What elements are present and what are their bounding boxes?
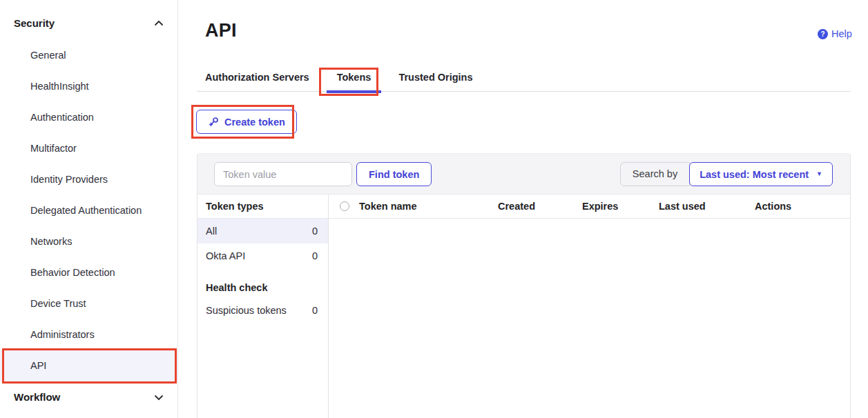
tab-authorization-servers[interactable]: Authorization Servers (205, 72, 309, 93)
health-check-subheader: Health check (197, 277, 328, 298)
select-all-radio[interactable] (340, 201, 349, 211)
sidebar-item-administrators[interactable]: Administrators (0, 319, 177, 350)
sidebar: Security General HealthInsight Authentic… (0, 0, 178, 418)
tab-tokens[interactable]: Tokens (337, 72, 372, 93)
sidebar-item-behavior-detection[interactable]: Behavior Detection (0, 257, 177, 288)
caret-down-icon: ▼ (816, 171, 822, 177)
filter-item-suspicious-tokens[interactable]: Suspicious tokens 0 (197, 298, 328, 323)
column-header-last-used[interactable]: Last used (659, 195, 706, 219)
sidebar-item-multifactor[interactable]: Multifactor (0, 133, 177, 164)
tab-bar: Authorization Servers Tokens Trusted Ori… (205, 72, 473, 93)
filter-item-count: 0 (312, 226, 318, 237)
help-link-label: Help (831, 28, 852, 39)
chevron-up-icon[interactable] (154, 19, 164, 28)
help-link[interactable]: ? Help (818, 28, 852, 39)
sidebar-item-identity-providers[interactable]: Identity Providers (0, 164, 177, 195)
column-header-expires[interactable]: Expires (582, 195, 618, 219)
key-plus-icon (208, 117, 219, 128)
token-value-input[interactable] (214, 162, 352, 186)
filter-item-count: 0 (312, 250, 318, 261)
tokens-table-area: Token types All 0 Okta API 0 Health chec… (197, 195, 850, 418)
tokens-panel: Find token Search by Last used: Most rec… (197, 153, 851, 418)
tokens-toolbar: Find token Search by Last used: Most rec… (197, 154, 850, 195)
sort-dropdown[interactable]: Last used: Most recent ▼ (689, 162, 833, 186)
okta-admin-api-tokens-screen: Security General HealthInsight Authentic… (0, 0, 868, 418)
search-by-label: Search by (620, 162, 690, 186)
filter-item-all[interactable]: All 0 (197, 219, 328, 243)
create-token-label: Create token (224, 117, 285, 128)
chevron-down-icon[interactable] (154, 392, 164, 402)
create-token-button[interactable]: Create token (196, 110, 297, 134)
sidebar-item-delegated-authentication[interactable]: Delegated Authentication (0, 195, 177, 226)
sidebar-item-healthinsight[interactable]: HealthInsight (0, 71, 177, 102)
filter-item-label: Suspicious tokens (206, 305, 287, 316)
sidebar-item-api[interactable]: API (0, 350, 177, 381)
sidebar-section-workflow[interactable]: Workflow (14, 391, 60, 403)
page-title: API (205, 20, 237, 41)
column-header-token-name[interactable]: Token name (359, 195, 417, 219)
help-icon: ? (818, 29, 828, 39)
sidebar-section-security[interactable]: Security (14, 17, 55, 29)
search-by-group: Search by Last used: Most recent ▼ (620, 162, 833, 186)
token-types-title: Token types (197, 195, 328, 219)
filter-item-label: Okta API (206, 250, 245, 261)
tab-trusted-origins[interactable]: Trusted Origins (398, 72, 472, 93)
sidebar-item-general[interactable]: General (0, 40, 177, 71)
sidebar-items: General HealthInsight Authentication Mul… (0, 40, 177, 381)
sidebar-item-networks[interactable]: Networks (0, 226, 177, 257)
column-header-actions[interactable]: Actions (755, 195, 791, 219)
filter-item-okta-api[interactable]: Okta API 0 (197, 243, 328, 268)
sidebar-item-authentication[interactable]: Authentication (0, 102, 177, 133)
filter-item-label: All (206, 226, 217, 237)
column-header-created[interactable]: Created (498, 195, 535, 219)
find-token-button[interactable]: Find token (356, 162, 432, 186)
sort-dropdown-value: Last used: Most recent (700, 169, 809, 180)
filter-item-count: 0 (312, 305, 318, 316)
token-types-panel: Token types All 0 Okta API 0 Health chec… (197, 195, 329, 418)
sidebar-item-device-trust[interactable]: Device Trust (0, 288, 177, 319)
tokens-table-header: Token name Created Expires Last used Act… (329, 195, 850, 219)
tokens-table: Token name Created Expires Last used Act… (329, 195, 850, 418)
